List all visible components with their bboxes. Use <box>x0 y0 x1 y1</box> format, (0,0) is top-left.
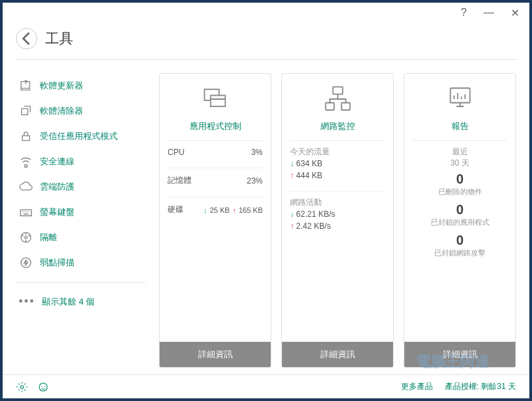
card-title: 報告 <box>452 120 469 132</box>
lock-icon <box>19 129 33 144</box>
card-report: 報告 最近 30 天 0 已刪除的物件 0 已封鎖的應用程式 0 已封鎖網路攻擊… <box>404 73 516 368</box>
arrow-down-icon: ↓ <box>203 206 207 214</box>
today-down: 634 KB <box>296 159 322 168</box>
dots-icon: ••• <box>19 295 35 309</box>
svg-rect-9 <box>450 88 469 103</box>
gear-icon[interactable] <box>16 380 28 394</box>
blockednet-label: 已封鎖網路攻擊 <box>412 248 507 258</box>
keyboard-icon <box>19 205 33 219</box>
card-body: 最近 30 天 0 已刪除的物件 0 已封鎖的應用程式 0 已封鎖網路攻擊 <box>404 140 515 342</box>
footer-left <box>16 380 49 394</box>
sidebar-show-more[interactable]: ••• 顯示其餘 4 個 <box>16 282 146 314</box>
sidebar-item-label: 安全連線 <box>40 156 74 168</box>
cpu-label: CPU <box>168 148 184 157</box>
network-icon <box>323 84 352 114</box>
cpu-value: 3% <box>251 148 263 157</box>
sidebar-item-quarantine[interactable]: 隔離 <box>16 225 146 250</box>
card-head: 報告 <box>404 74 515 140</box>
content-area: 軟體更新器 軟體清除器 受信任應用程式模式 安全連線 雲端防護 螢幕鍵盤 <box>3 60 529 374</box>
cleaner-icon <box>19 104 33 118</box>
mem-label: 記憶體 <box>168 175 192 186</box>
card-body: 今天的流量 ↓ 634 KB ↑ 444 KB 網路活動 ↓ 62.21 KB/… <box>282 140 393 342</box>
back-button[interactable] <box>16 28 37 49</box>
biohazard-icon <box>19 230 33 245</box>
blockedapp-count: 0 <box>412 202 507 217</box>
sidebar-item-updater[interactable]: 軟體更新器 <box>16 73 146 98</box>
sidebar-item-label: 受信任應用程式模式 <box>40 130 118 142</box>
svg-point-1 <box>25 236 27 239</box>
sidebar: 軟體更新器 軟體清除器 受信任應用程式模式 安全連線 雲端防護 螢幕鍵盤 <box>16 73 146 368</box>
svg-rect-4 <box>210 96 225 107</box>
sidebar-item-vuln[interactable]: 弱點掃描 <box>16 250 146 275</box>
update-icon <box>19 78 33 93</box>
wifi-lock-icon <box>19 154 33 169</box>
svg-rect-7 <box>325 103 334 110</box>
activity-label: 網路活動 <box>290 197 385 208</box>
sidebar-item-keyboard[interactable]: 螢幕鍵盤 <box>16 200 146 225</box>
sidebar-item-label: 雲端防護 <box>40 181 74 193</box>
windows-icon <box>201 84 230 114</box>
today-label: 今天的流量 <box>290 146 385 158</box>
svg-rect-6 <box>332 87 342 94</box>
blockednet-count: 0 <box>412 233 507 248</box>
activity-down: 62.21 KB/s <box>296 209 335 219</box>
mem-value: 23% <box>247 176 263 186</box>
sidebar-item-label: 弱點掃描 <box>40 257 74 269</box>
svg-point-11 <box>39 383 47 391</box>
show-more-label: 顯示其餘 4 個 <box>42 296 94 308</box>
details-button[interactable]: 詳細資訊 <box>282 342 393 367</box>
disk-label: 硬碟 <box>168 204 184 215</box>
close-button[interactable]: ✕ <box>511 7 519 19</box>
svg-point-13 <box>45 386 46 387</box>
license-status[interactable]: 產品授權: 剩餘31 天 <box>445 381 516 392</box>
disk-values: ↓25 KB ↑165 KB <box>203 206 263 214</box>
arrow-down-icon: ↓ <box>290 159 294 168</box>
page-title: 工具 <box>45 29 73 48</box>
recent-label: 最近 <box>412 146 507 158</box>
card-network: 網路監控 今天的流量 ↓ 634 KB ↑ 444 KB 網路活動 ↓ 62.2… <box>281 73 394 368</box>
arrow-down-icon: ↓ <box>290 209 294 219</box>
titlebar: ? — ✕ <box>3 3 529 23</box>
activity-up: 2.42 KB/s <box>296 221 331 231</box>
disk-down: 25 KB <box>209 206 229 214</box>
more-products-link[interactable]: 更多產品 <box>401 381 433 392</box>
footer-right: 更多產品 產品授權: 剩餘31 天 <box>401 381 516 392</box>
blockedapp-label: 已封鎖的應用程式 <box>412 217 507 227</box>
card-body: CPU3% 記憶體23% 硬碟 ↓25 KB ↑165 KB <box>160 140 271 342</box>
card-head: 網路監控 <box>282 74 393 140</box>
today-up: 444 KB <box>296 171 322 180</box>
card-title: 網路監控 <box>321 120 355 132</box>
page-header: 工具 <box>3 23 529 59</box>
cloud-icon <box>19 180 33 194</box>
sidebar-item-label: 軟體更新器 <box>40 80 83 92</box>
sidebar-item-secureconn[interactable]: 安全連線 <box>16 149 146 174</box>
sidebar-item-label: 隔離 <box>40 231 57 243</box>
svg-point-12 <box>41 386 43 387</box>
deleted-label: 已刪除的物件 <box>412 187 507 197</box>
sidebar-item-trusted[interactable]: 受信任應用程式模式 <box>16 124 146 149</box>
card-head: 應用程式控制 <box>160 74 271 140</box>
footer: 更多產品 產品授權: 剩餘31 天 <box>3 374 529 398</box>
svg-rect-8 <box>341 103 350 110</box>
report-icon <box>446 84 475 114</box>
app-window: { "titlebar": { "help": "?", "min": "—",… <box>0 0 532 401</box>
arrow-up-icon: ↑ <box>232 206 236 214</box>
details-button[interactable]: 詳細資訊 <box>160 342 271 367</box>
svg-point-10 <box>21 385 24 388</box>
cards-grid: 應用程式控制 CPU3% 記憶體23% 硬碟 ↓25 KB <box>159 73 516 368</box>
sidebar-item-cloud[interactable]: 雲端防護 <box>16 174 146 200</box>
bolt-scan-icon <box>19 255 33 270</box>
deleted-count: 0 <box>412 172 507 187</box>
sidebar-item-label: 軟體清除器 <box>40 105 83 117</box>
sidebar-item-cleaner[interactable]: 軟體清除器 <box>16 98 146 124</box>
help-button[interactable]: ? <box>461 7 467 19</box>
support-icon[interactable] <box>37 380 49 394</box>
sidebar-item-label: 螢幕鍵盤 <box>40 206 74 218</box>
arrow-left-icon <box>17 29 37 49</box>
days-label: 30 天 <box>412 158 507 169</box>
details-button[interactable]: 詳細資訊 <box>404 342 515 367</box>
disk-up: 165 KB <box>239 206 263 214</box>
svg-point-2 <box>21 258 31 268</box>
card-title: 應用程式控制 <box>190 120 241 132</box>
minimize-button[interactable]: — <box>483 7 494 19</box>
